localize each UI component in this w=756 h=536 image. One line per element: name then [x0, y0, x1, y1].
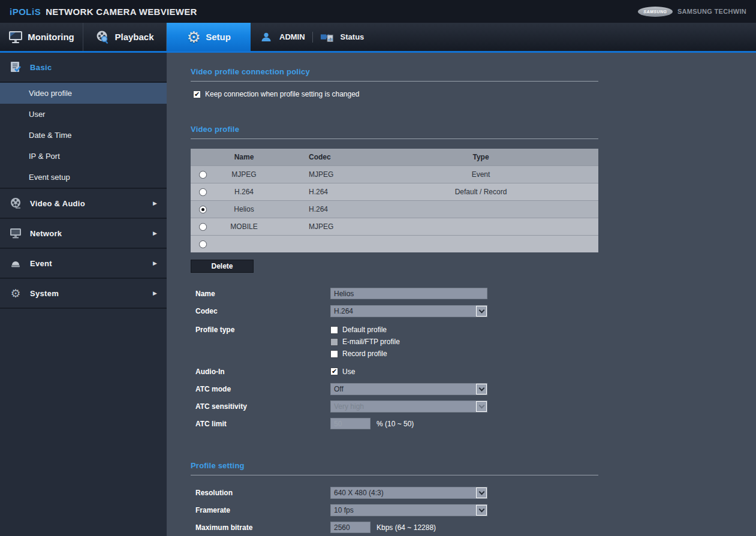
profile-radio[interactable] [199, 171, 207, 179]
chevron-down-icon [476, 384, 487, 395]
audio-in-use-label: Use [342, 368, 355, 376]
divider [191, 475, 598, 475]
sidebar-item-date-time[interactable]: Date & Time [0, 125, 167, 146]
table-row: Helios H.264 [191, 200, 598, 218]
name-label: Name [195, 290, 330, 298]
profile-radio[interactable] [199, 223, 207, 231]
profile-type-row: Profile type ✔ Default profile ✔ E-mail/… [191, 324, 756, 358]
table-row: MOBILE MJPEG [191, 218, 598, 235]
sidebar-section-label: Event [30, 259, 52, 268]
chevron-right-icon: ▶ [153, 290, 157, 296]
resolution-row: Resolution 640 X 480 (4:3) [191, 484, 756, 501]
chevron-right-icon: ▶ [153, 230, 157, 236]
sidebar-item-label: IP & Port [29, 152, 60, 161]
sidebar: Basic Video profile User Date & Time IP … [0, 53, 167, 536]
monitor-icon [8, 30, 23, 44]
chevron-right-icon: ▶ [153, 260, 157, 266]
video-profile-table: Name Codec Type MJPEG MJPEG Event H.264 … [191, 149, 598, 252]
name-input[interactable] [330, 288, 487, 299]
sidebar-section-label: System [30, 289, 59, 298]
chevron-right-icon: ▶ [153, 200, 157, 206]
sidebar-item-ip-port[interactable]: IP & Port [0, 146, 167, 167]
user-bar: ADMIN Status [251, 23, 364, 51]
table-row [191, 235, 598, 252]
default-profile-checkbox[interactable]: ✔ [330, 326, 338, 334]
status-icon [320, 30, 335, 44]
cell-name: MJPEG [215, 170, 273, 179]
cell-codec: MJPEG [273, 170, 363, 179]
resolution-select[interactable]: 640 X 480 (4:3) [330, 487, 487, 499]
sidebar-item-event-setup[interactable]: Event setup [0, 167, 167, 188]
atc-mode-row: ATC mode Off [191, 380, 756, 398]
keep-connection-label: Keep connection when profile setting is … [205, 90, 360, 98]
cell-name: H.264 [215, 188, 273, 196]
tab-monitoring[interactable]: Monitoring [0, 23, 83, 51]
tab-monitoring-label: Monitoring [28, 32, 74, 42]
keep-connection-row: ✔ Keep connection when profile setting i… [191, 90, 756, 98]
name-row: Name [191, 285, 756, 302]
delete-button[interactable]: Delete [191, 260, 254, 273]
codec-select[interactable]: H.264 [330, 305, 487, 317]
atc-limit-range: % (10 ~ 50) [377, 420, 414, 428]
main-content: Video profile connection policy ✔ Keep c… [167, 53, 756, 536]
atc-mode-select[interactable]: Off [330, 383, 487, 395]
heading-connection-policy: Video profile connection policy [191, 67, 756, 76]
atc-limit-label: ATC limit [195, 420, 330, 428]
sidebar-section-basic[interactable]: Basic [0, 53, 167, 83]
playback-reel-icon [95, 30, 110, 44]
sidebar-item-video-profile[interactable]: Video profile [0, 83, 167, 104]
profile-radio-selected[interactable] [199, 206, 207, 213]
email-ftp-profile-checkbox[interactable]: ✔ [330, 338, 338, 346]
profile-form: Name Codec H.264 Profile type ✔ Default … [191, 285, 756, 432]
profile-setting-form: Resolution 640 X 480 (4:3) Framerate 10 … [191, 484, 756, 536]
sidebar-item-label: Event setup [29, 173, 70, 182]
top-bar: iPOLiS NETWORK CAMERA WEBVIEWER SAMSUNG … [0, 0, 756, 23]
atc-sensitivity-select: Very high [330, 401, 487, 412]
samsung-techwin-text: SAMSUNG TECHWIN [677, 8, 746, 15]
table-row: MJPEG MJPEG Event [191, 165, 598, 183]
tab-setup[interactable]: ⚙ Setup [167, 23, 251, 51]
event-dome-icon [8, 256, 23, 270]
resolution-select-value: 640 X 480 (4:3) [331, 489, 476, 497]
codec-label: Codec [195, 307, 330, 315]
basic-document-icon [8, 60, 23, 74]
setup-gear-icon: ⚙ [186, 30, 201, 44]
status-button[interactable]: Status [341, 32, 365, 41]
profile-radio[interactable] [199, 240, 207, 248]
cell-codec: H.264 [273, 188, 363, 196]
max-bitrate-row: Maximum bitrate Kbps (64 ~ 12288) [191, 519, 756, 536]
profile-type-label: Profile type [195, 324, 330, 334]
sidebar-section-system[interactable]: ⚙ System ▶ [0, 279, 167, 309]
record-profile-checkbox[interactable]: ✔ [330, 350, 338, 358]
email-ftp-profile-label: E-mail/FTP profile [342, 338, 400, 346]
tab-bar: Monitoring Playback ⚙ Setup ADMIN Status [0, 23, 756, 51]
ipolis-logo: iPOLiS [10, 7, 41, 17]
sidebar-item-user[interactable]: User [0, 104, 167, 125]
cell-name: MOBILE [215, 222, 273, 231]
sidebar-item-label: Date & Time [29, 131, 72, 140]
tab-playback[interactable]: Playback [83, 23, 167, 51]
sidebar-section-network[interactable]: Network ▶ [0, 219, 167, 249]
keep-connection-checkbox[interactable]: ✔ [193, 91, 201, 98]
col-header-type: Type [363, 153, 598, 161]
film-reel-icon [8, 196, 23, 210]
col-header-codec: Codec [273, 153, 363, 161]
basic-submenu: Video profile User Date & Time IP & Port… [0, 83, 167, 189]
chevron-down-icon [476, 487, 487, 498]
chevron-down-icon [476, 306, 487, 317]
max-bitrate-input[interactable] [330, 522, 371, 533]
atc-limit-row: ATC limit % (10 ~ 50) [191, 415, 756, 432]
heading-video-profile: Video profile [191, 125, 756, 134]
chevron-down-icon [476, 505, 487, 516]
framerate-row: Framerate 10 fps [191, 501, 756, 519]
system-gear-icon: ⚙ [8, 286, 23, 300]
framerate-select[interactable]: 10 fps [330, 504, 487, 516]
samsung-logo-icon: SAMSUNG [638, 7, 673, 17]
profile-radio[interactable] [199, 188, 207, 196]
record-profile-label: Record profile [342, 350, 387, 358]
audio-in-use-checkbox[interactable]: ✔ [330, 368, 338, 375]
sidebar-section-video-audio[interactable]: Video & Audio ▶ [0, 189, 167, 219]
sidebar-section-event[interactable]: Event ▶ [0, 249, 167, 279]
divider [191, 81, 598, 82]
table-header-row: Name Codec Type [191, 149, 598, 165]
